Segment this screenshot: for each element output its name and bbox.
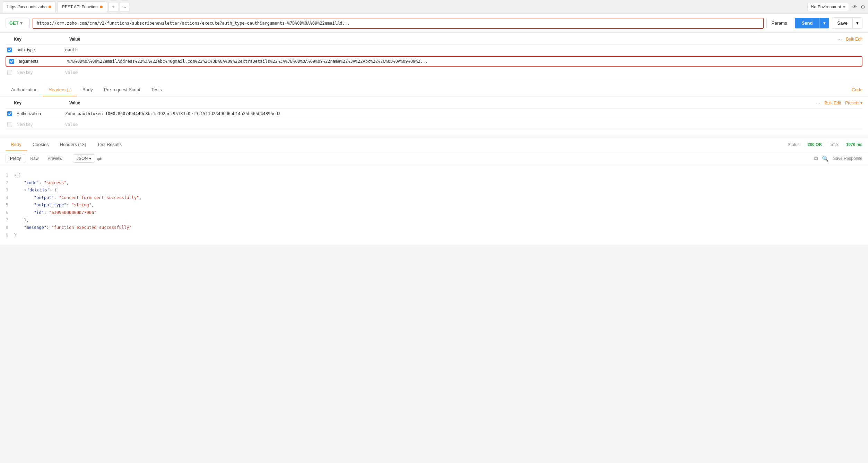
collapse-icon-3[interactable]: ▾ bbox=[24, 188, 26, 192]
param-new-checkbox bbox=[6, 70, 14, 75]
send-dropdown-button[interactable]: ▾ bbox=[819, 18, 829, 28]
params-bulk-edit[interactable]: Bulk Edit bbox=[846, 37, 862, 42]
code-line-2: 2 "code": "success", bbox=[0, 179, 862, 187]
send-chevron-icon: ▾ bbox=[823, 20, 826, 26]
tab-pre-request-script[interactable]: Pre-request Script bbox=[98, 84, 146, 96]
save-chevron-icon: ▾ bbox=[856, 20, 859, 26]
request-sub-tabs: Authorization Headers (1) Body Pre-reque… bbox=[0, 84, 868, 96]
params-button[interactable]: Params bbox=[766, 18, 792, 28]
param-arguments-key: arguments bbox=[16, 58, 64, 65]
header-new-key[interactable]: New key bbox=[14, 121, 62, 128]
collapse-icon-1[interactable]: ▾ bbox=[14, 173, 16, 178]
env-selector[interactable]: No Environment ▾ bbox=[807, 3, 849, 11]
param-auth-type-key: auth_type bbox=[14, 47, 62, 53]
param-auth-type-value: oauth bbox=[62, 47, 862, 53]
format-label: JSON bbox=[77, 156, 88, 161]
tab-headers[interactable]: Headers (1) bbox=[43, 84, 77, 96]
url-input-wrapper bbox=[33, 18, 764, 29]
body-tab-pretty[interactable]: Pretty bbox=[6, 154, 25, 163]
param-auth-type-checkbox[interactable] bbox=[6, 48, 14, 52]
param-new-value[interactable]: Value bbox=[62, 69, 862, 76]
header-new-checkbox bbox=[6, 122, 14, 127]
method-chevron-icon: ▾ bbox=[20, 20, 23, 26]
param-row-auth-type: auth_type oauth bbox=[6, 45, 862, 55]
url-input[interactable] bbox=[33, 18, 763, 28]
tab-code[interactable]: Code bbox=[846, 84, 862, 96]
response-tab-test-results[interactable]: Test Results bbox=[92, 138, 127, 151]
code-line-6: 6 "id": "63095000000077006" bbox=[0, 209, 862, 217]
body-sub-tabs: Pretty Raw Preview JSON ▾ ⇌ ⧉ 🔍 Save Res… bbox=[0, 151, 868, 166]
tab-tests[interactable]: Tests bbox=[146, 84, 167, 96]
headers-section: Key Value ··· Bulk Edit Presets ▾ Author… bbox=[0, 96, 868, 136]
save-button[interactable]: Save bbox=[832, 17, 852, 29]
param-row-new: New key Value bbox=[6, 67, 862, 78]
tab-rest-api-dot bbox=[100, 6, 103, 8]
format-chevron-icon: ▾ bbox=[89, 156, 91, 161]
response-bar: Body Cookies Headers (18) Test Results S… bbox=[0, 138, 868, 151]
params-section: Key Value ··· Bulk Edit auth_type oauth … bbox=[0, 33, 868, 84]
tab-accounts-label: https://accounts.zoho bbox=[7, 5, 46, 9]
status-label: Status: bbox=[788, 142, 800, 147]
param-arguments-value: %7B%0D%0A%09%22emailAddress%22%3A%22abc%… bbox=[64, 58, 860, 65]
body-format-group: JSON ▾ ⇌ bbox=[73, 154, 102, 163]
params-value-header: Value bbox=[69, 37, 80, 42]
time-label: Time: bbox=[829, 142, 839, 147]
code-area: 1 ▾{ 2 "code": "success", 3 ▾"details": … bbox=[0, 166, 868, 245]
save-response-button[interactable]: Save Response bbox=[833, 156, 862, 161]
tab-body[interactable]: Body bbox=[77, 84, 98, 96]
method-selector[interactable]: GET ▾ bbox=[6, 18, 30, 28]
request-bar: GET ▾ Params Send ▾ Save ▾ bbox=[0, 14, 868, 33]
code-line-8: 8 "message": "function executed successf… bbox=[0, 224, 862, 232]
tab-authorization[interactable]: Authorization bbox=[6, 84, 43, 96]
format-selector[interactable]: JSON ▾ bbox=[73, 154, 95, 163]
header-row-new: New key Value bbox=[6, 119, 862, 130]
response-tab-cookies[interactable]: Cookies bbox=[27, 138, 54, 151]
chevron-down-icon: ▾ bbox=[843, 5, 845, 9]
header-new-value[interactable]: Value bbox=[62, 121, 862, 128]
code-line-4: 4 "output": "Consent form sent successfu… bbox=[0, 194, 862, 202]
section-divider bbox=[0, 136, 868, 138]
tab-more-button[interactable]: ··· bbox=[120, 2, 129, 12]
time-value: 1970 ms bbox=[846, 142, 862, 147]
response-tab-body[interactable]: Body bbox=[6, 138, 27, 151]
headers-header: Key Value ··· Bulk Edit Presets ▾ bbox=[6, 96, 862, 109]
tab-add-button[interactable]: + bbox=[108, 2, 118, 12]
body-tab-raw[interactable]: Raw bbox=[26, 154, 43, 163]
code-line-9: 9 } bbox=[0, 232, 862, 239]
body-tab-preview[interactable]: Preview bbox=[43, 154, 67, 163]
save-btn-group: Save ▾ bbox=[832, 17, 862, 29]
header-auth-key: Authorization bbox=[14, 111, 62, 117]
gear-icon[interactable]: ⚙ bbox=[861, 4, 865, 10]
code-line-5: 5 "output_type": "string", bbox=[0, 202, 862, 209]
copy-icon[interactable]: ⧉ bbox=[814, 155, 818, 162]
params-cols: Key Value bbox=[6, 37, 80, 42]
search-icon[interactable]: 🔍 bbox=[822, 155, 829, 162]
headers-bulk-edit[interactable]: Bulk Edit bbox=[825, 101, 841, 105]
param-row-arguments: arguments %7B%0D%0A%09%22emailAddress%22… bbox=[6, 56, 862, 67]
param-arguments-checkbox[interactable] bbox=[8, 59, 16, 64]
header-row-authorization: Authorization Zoho-oauthtoken 1000.86074… bbox=[6, 109, 862, 119]
wrap-icon[interactable]: ⇌ bbox=[97, 155, 102, 162]
save-dropdown-button[interactable]: ▾ bbox=[852, 17, 862, 29]
headers-more-icon[interactable]: ··· bbox=[816, 100, 820, 106]
headers-presets[interactable]: Presets ▾ bbox=[845, 101, 862, 105]
header-auth-checkbox[interactable] bbox=[6, 111, 14, 116]
code-line-1: 1 ▾{ bbox=[0, 172, 862, 179]
send-button[interactable]: Send bbox=[795, 18, 820, 28]
tab-bar: https://accounts.zoho REST API Function … bbox=[0, 0, 868, 14]
params-more-icon[interactable]: ··· bbox=[837, 36, 842, 42]
send-btn-group: Send ▾ bbox=[795, 18, 830, 28]
tab-accounts[interactable]: https://accounts.zoho bbox=[3, 1, 56, 12]
params-actions: ··· Bulk Edit bbox=[837, 36, 862, 42]
headers-actions: ··· Bulk Edit Presets ▾ bbox=[816, 100, 862, 106]
tab-accounts-dot bbox=[49, 6, 51, 8]
env-selector-label: No Environment bbox=[811, 5, 841, 9]
code-line-3: 3 ▾"details": { bbox=[0, 187, 862, 194]
response-status: Status: 200 OK Time: 1970 ms bbox=[788, 142, 862, 147]
eye-icon[interactable]: 👁 bbox=[852, 4, 857, 10]
response-tab-headers[interactable]: Headers (18) bbox=[54, 138, 92, 151]
param-new-key[interactable]: New key bbox=[14, 69, 62, 76]
tab-rest-api[interactable]: REST API Function bbox=[57, 1, 107, 12]
code-line-7: 7 }, bbox=[0, 217, 862, 224]
status-value: 200 OK bbox=[808, 142, 822, 147]
